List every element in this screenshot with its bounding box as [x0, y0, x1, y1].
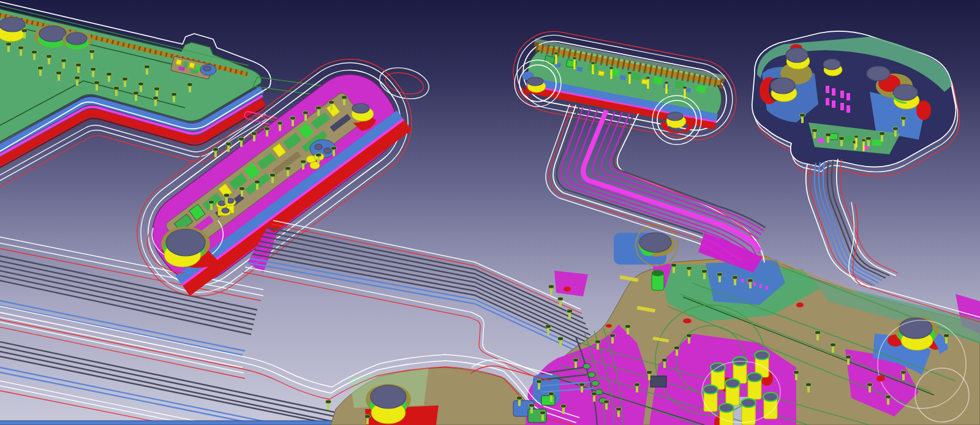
mounting-pad [893, 85, 919, 109]
mounting-pad [867, 66, 890, 81]
mounting-pad [786, 48, 810, 69]
mounting-pad [771, 78, 797, 102]
mounting-pad [62, 31, 92, 50]
capacitor [652, 270, 664, 290]
pcb-3d-viewport[interactable]: 3D shaded view of a rigid-flex printed c… [0, 0, 980, 425]
mounting-pad [823, 59, 842, 76]
bottom-edge-blue-strip [0, 421, 344, 425]
pcb-3d-scene: 3D shaded view of a rigid-flex printed c… [0, 0, 980, 425]
